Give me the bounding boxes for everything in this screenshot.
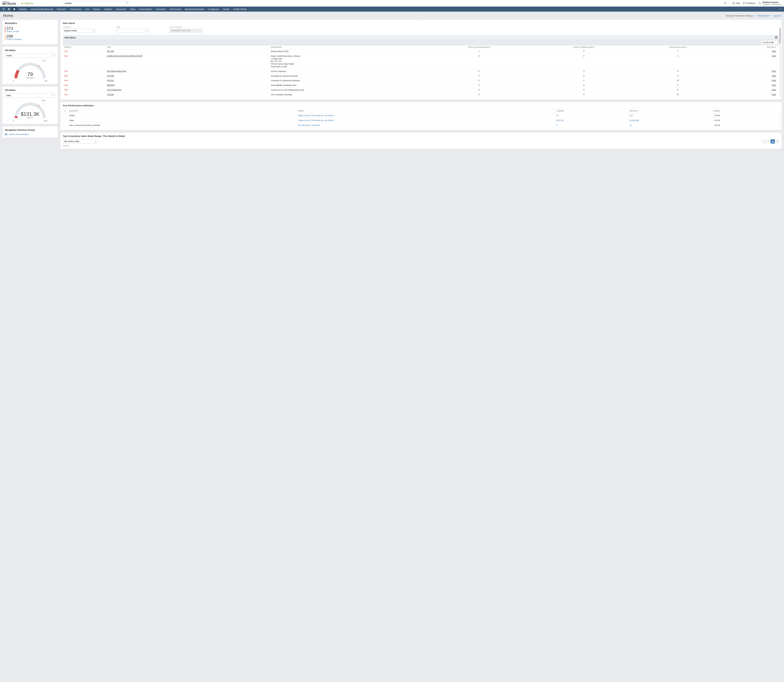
table-row: OrdersToday to End of This Month vs. Las…	[63, 113, 779, 118]
drag-handle-icon[interactable]: ⋮⋮⋮	[28, 20, 33, 22]
drag-handle-icon[interactable]: ⋮⋮⋮	[419, 20, 424, 22]
user-menu[interactable]: Raditya Pratama Logiframe - Administrato…	[758, 1, 782, 5]
view-link[interactable]: VIEW	[771, 89, 776, 91]
table-header[interactable]: PRIORITY	[63, 45, 106, 49]
pager-select[interactable]: 1 to 25 of 180	[761, 40, 778, 45]
nav-item-fixed-assets[interactable]: Fixed Assets	[167, 6, 183, 11]
kpi-current[interactable]: 79	[556, 115, 558, 117]
chart-bar-icon[interactable]	[771, 139, 775, 143]
kpi-current[interactable]: $131,257	[556, 120, 564, 121]
sync-icon[interactable]	[724, 2, 727, 5]
table-header[interactable]: 360 VIEW ▲	[721, 45, 779, 49]
date-range-select[interactable]: this month to date	[63, 139, 97, 143]
table-row: High001-386Monitor Mount (TM2)107VIEW	[63, 49, 779, 54]
drag-handle-icon[interactable]: ⋮⋮⋮	[419, 102, 424, 104]
view-link[interactable]: VIEW	[771, 50, 776, 52]
alerts-subheader: Item Alerts • ?	[63, 35, 779, 40]
nav-item-advanced-manufacturing[interactable]: Advanced Manufacturing	[29, 6, 55, 11]
home-icon[interactable]	[11, 6, 17, 11]
item-link[interactable]: BOM100	[107, 84, 114, 86]
view-link[interactable]: VIEW	[771, 75, 776, 77]
drag-handle-icon[interactable]: ⋮⋮⋮	[28, 87, 33, 89]
help-link[interactable]: ? Help	[732, 2, 740, 5]
kpi-current[interactable]: 6	[556, 124, 558, 126]
item-select[interactable]	[116, 29, 149, 33]
drag-handle-icon[interactable]: ⋮⋮⋮	[28, 47, 33, 49]
favorites-icon[interactable]	[6, 6, 11, 11]
nav-item-reports[interactable]: Reports	[91, 6, 102, 11]
period-link[interactable]: This Month	[298, 124, 307, 126]
nav-item-activities[interactable]: Activities	[17, 6, 29, 11]
viewing-label[interactable]: Viewing: Portlet date settings ▾	[726, 14, 754, 17]
chevron-down-icon[interactable]: ▾	[65, 110, 65, 112]
last-job-run: 01/15/2025 3:02:07 pm	[169, 29, 202, 33]
item-link[interactable]: 001-386	[107, 50, 114, 53]
chart-pie-icon[interactable]	[775, 139, 779, 143]
criteria-select[interactable]: Default Criteria	[63, 29, 96, 33]
layout-link[interactable]: Layout ▾	[773, 14, 781, 17]
nav-item-customization[interactable]: Customization	[137, 6, 154, 11]
nav-item-transactions[interactable]: Transactions	[68, 6, 83, 11]
nav-item-analytics[interactable]: Analytics	[102, 6, 114, 11]
kpi-previous[interactable]: 11	[629, 124, 632, 126]
kpi-previous[interactable]: $1,506,589	[629, 120, 639, 121]
table-header[interactable]: ORDER DELAY ALERTS	[634, 45, 721, 49]
priority-cell: High	[63, 49, 106, 54]
chart-list-icon[interactable]	[766, 139, 770, 143]
kpi-metric-select[interactable]: Orders	[5, 54, 55, 58]
reminder-row[interactable]: 288Orders to Receive	[5, 34, 55, 40]
item-link[interactable]: ASY200	[107, 75, 114, 77]
help-icon[interactable]: ?	[775, 36, 778, 38]
period-link[interactable]: Today to End of This Month	[298, 120, 321, 121]
period-link[interactable]: Last Month	[311, 124, 320, 126]
drag-handle-icon[interactable]: ⋮⋮⋮	[28, 127, 33, 129]
nav-item-guided-selling[interactable]: Guided Selling	[231, 6, 249, 11]
item-link[interactable]: AHI-100 Inventory Item	[107, 70, 126, 72]
period-link[interactable]: Last Month	[324, 115, 333, 117]
table-header[interactable]: SUPPLY ALLOCATION ALERTS	[425, 45, 533, 49]
personalize-link[interactable]: Personalize ▾	[757, 14, 770, 17]
table-header[interactable]: ITEM	[106, 45, 269, 49]
table-row: HighBOM100Assembly/Bill of Materials Ite…	[63, 83, 779, 88]
view-link[interactable]: VIEW	[771, 80, 776, 81]
reminder-label[interactable]: Orders to Fulfill	[6, 30, 55, 33]
main-navbar: ActivitiesAdvanced ManufacturingPayments…	[0, 6, 784, 11]
feedback-link[interactable]: Feedback	[743, 2, 755, 5]
scrollbar[interactable]	[779, 26, 781, 97]
view-link[interactable]: VIEW	[771, 70, 776, 72]
reminder-label[interactable]: Orders to Receive	[6, 38, 55, 40]
chart-line-icon[interactable]	[762, 139, 766, 143]
view-link[interactable]: VIEW	[771, 94, 776, 96]
system-admin-link[interactable]: System Administration	[5, 133, 55, 135]
search-input[interactable]	[63, 1, 129, 5]
view-link[interactable]: VIEW	[771, 55, 776, 57]
period-link[interactable]: Last Month	[324, 120, 333, 121]
nav-item-manufacturing-mobile[interactable]: Manufacturing Mobile	[183, 6, 206, 11]
kpi-metric-select[interactable]: Sales	[5, 93, 55, 98]
item-link[interactable]: COA Control Arm	[107, 89, 121, 91]
nav-item-quality[interactable]: Quality	[221, 6, 231, 11]
nav-item-payments[interactable]: Payments	[55, 6, 68, 11]
view-link[interactable]: VIEW	[771, 84, 776, 86]
search-icon[interactable]	[126, 2, 128, 5]
nav-item-commerce[interactable]: Commerce	[154, 6, 167, 11]
nav-more-icon[interactable]	[778, 6, 783, 11]
table-header[interactable]: DESCRIPTION	[269, 45, 425, 49]
table-header[interactable]: SUPPLY PLANNING ALERTS	[533, 45, 634, 49]
period-link[interactable]: Today to End of This Month	[298, 115, 321, 117]
nav-item-configurator[interactable]: Configurator	[206, 6, 221, 11]
reminder-row[interactable]: 373Orders to Fulfill	[5, 26, 55, 33]
item-link[interactable]: CTL200	[107, 94, 114, 96]
table-row: HighASY200Assembly for Ultrasound Monito…	[63, 74, 779, 78]
svg-line-1	[127, 3, 128, 4]
indicator-cell: Late or Unreceived Orders by Vendor	[68, 123, 296, 127]
user-name: Raditya Pratama	[763, 1, 782, 3]
item-link[interactable]: A1000-LR-60-24-30-W-CH-NF101-CM-DP	[107, 55, 142, 57]
item-link[interactable]: ASY201	[107, 79, 114, 81]
nav-item-setup[interactable]: Setup	[128, 6, 137, 11]
nav-item-lists[interactable]: Lists	[83, 6, 91, 11]
drag-handle-icon[interactable]: ⋮⋮⋮	[419, 133, 424, 135]
history-icon[interactable]	[1, 6, 6, 11]
nav-item-documents[interactable]: Documents	[114, 6, 128, 11]
kpi-previous[interactable]: 213	[629, 115, 633, 117]
